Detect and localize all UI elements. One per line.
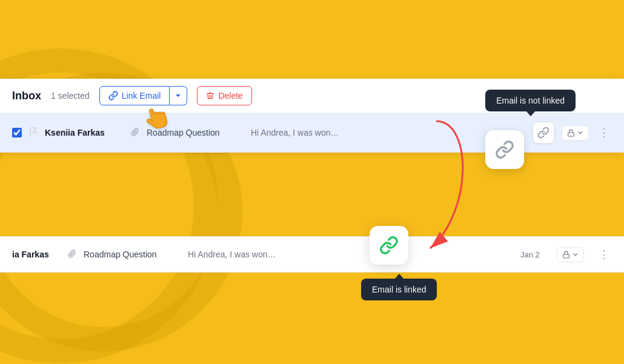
- link-email-button[interactable]: Link Email: [99, 86, 170, 105]
- lower-email-preview: Hi Andrea, I was won…: [188, 250, 513, 259]
- flag-icon: [29, 127, 38, 139]
- email-checkbox[interactable]: [12, 128, 22, 137]
- delete-button[interactable]: Delete: [197, 86, 251, 105]
- inbox-title: Inbox: [12, 90, 41, 102]
- delete-label: Delete: [218, 91, 242, 101]
- lock-icon: [567, 129, 575, 137]
- lower-lock-icon: [562, 251, 570, 259]
- link-email-button-group: Link Email: [99, 86, 188, 105]
- chevron-down-icon: [174, 92, 182, 99]
- lower-more-options-button[interactable]: ⋮: [596, 245, 612, 263]
- selected-count: 1 selected: [51, 91, 90, 101]
- attachment-icon: [131, 128, 139, 138]
- lower-attachment-icon: [68, 250, 76, 260]
- lower-email-subject: Roadmap Question: [84, 250, 181, 259]
- background-decoration: [0, 0, 624, 364]
- svg-rect-2: [563, 254, 569, 257]
- tooltip-not-linked-text: Email is not linked: [496, 96, 565, 105]
- row-link-svg: [537, 127, 549, 139]
- floating-link-icon-green: [370, 226, 408, 265]
- email-row: Kseniia Farkas Roadmap Question Hi Andre…: [0, 113, 624, 153]
- lock-dropdown[interactable]: [562, 125, 589, 141]
- lock-chevron-icon: [577, 130, 583, 136]
- link-email-label: Link Email: [122, 91, 161, 101]
- lower-lock-dropdown[interactable]: [557, 247, 584, 262]
- row-link-icon-button[interactable]: [533, 122, 554, 144]
- email-row-lower: ia Farkas Roadmap Question Hi Andrea, I …: [0, 236, 624, 273]
- flag-svg: [29, 127, 38, 137]
- tooltip-linked-text: Email is linked: [372, 285, 426, 294]
- float-link-green-svg: [379, 236, 399, 255]
- email-subject: Roadmap Question: [147, 128, 244, 137]
- sender-name: Kseniia Farkas: [45, 128, 124, 137]
- floating-link-icon-grey: [485, 130, 524, 169]
- float-link-grey-svg: [495, 140, 514, 159]
- tooltip-linked: Email is linked: [361, 279, 437, 300]
- svg-rect-0: [568, 132, 574, 136]
- tooltip-not-linked: Email is not linked: [485, 90, 576, 111]
- lower-email-date: Jan 2: [520, 250, 545, 259]
- more-options-button[interactable]: ⋮: [596, 124, 612, 142]
- link-icon: [108, 91, 118, 101]
- trash-icon: [206, 91, 214, 100]
- email-preview: Hi Andrea, I was won…: [251, 128, 488, 137]
- lower-lock-chevron: [573, 251, 579, 257]
- link-email-dropdown-button[interactable]: [170, 86, 187, 105]
- lower-sender-name: ia Farkas: [12, 250, 61, 259]
